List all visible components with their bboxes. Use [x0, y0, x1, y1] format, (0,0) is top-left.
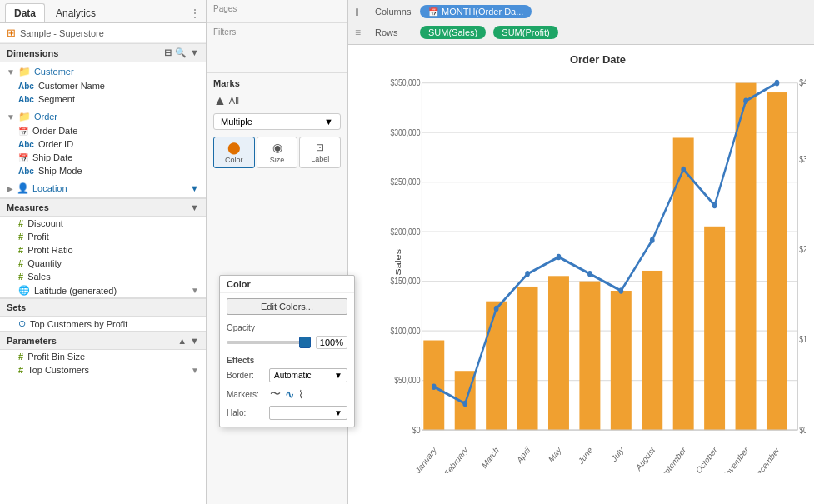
field-label: Order Date	[32, 126, 77, 136]
halo-dropdown[interactable]: ▼	[269, 406, 347, 420]
marks-dropdown[interactable]: Multiple ▼	[213, 113, 341, 130]
tab-analytics[interactable]: Analytics	[47, 3, 105, 22]
effects-label: Effects	[227, 356, 347, 365]
field-label: Sales	[27, 272, 51, 282]
bar-mar	[486, 302, 507, 430]
dimensions-label: Dimensions	[7, 48, 58, 58]
svg-text:June: June	[577, 444, 594, 467]
svg-text:February: February	[443, 444, 470, 473]
line-dot-jul	[618, 287, 623, 294]
field-label: Order ID	[38, 139, 73, 149]
order-group-header[interactable]: ▼ 📁 Order	[0, 109, 206, 124]
chevron-down-icon: ▼	[7, 67, 15, 77]
dimensions-list-icon[interactable]: ⊟	[164, 47, 172, 58]
params-scroll-down-icon[interactable]: ▼	[190, 336, 199, 346]
dimensions-scroll-icon[interactable]: ▼	[190, 47, 199, 58]
field-top-customers-param[interactable]: # Top Customers ▼	[0, 363, 206, 377]
border-value: Automatic	[274, 371, 311, 380]
columns-label: Columns	[375, 7, 415, 17]
location-group: ▶ 👤 Location ▼	[0, 179, 206, 197]
marks-subtitle: ▲ All	[213, 93, 341, 108]
chart-svg-container: $0 $50,000 $100,000 $150,000 $200,000 $2…	[390, 72, 806, 473]
filters-label: Filters	[213, 27, 341, 37]
location-group-label: Location	[32, 183, 67, 193]
tab-data[interactable]: Data	[5, 3, 45, 22]
filters-shelf: Filters	[207, 23, 347, 73]
svg-text:$0: $0	[799, 425, 806, 435]
datasource-icon: ⊞	[7, 27, 16, 39]
marks-buttons: ⬤ Color ◉ Size ⊡ Label	[213, 137, 341, 168]
edit-colors-button[interactable]: Edit Colors...	[227, 298, 347, 315]
marker-line-icon[interactable]: 〜	[269, 386, 282, 402]
hash-icon: #	[18, 258, 23, 268]
shelves-bar: ⫿ Columns 📅 MONTH(Order Da... ≡ Rows SUM…	[348, 0, 814, 45]
rows-pill-profit-label: SUM(Profit)	[502, 27, 549, 37]
field-discount[interactable]: # Discount	[0, 217, 206, 230]
field-label: Quantity	[27, 258, 62, 268]
field-profit-ratio[interactable]: # Profit Ratio	[0, 243, 206, 257]
svg-text:$350,000: $350,000	[390, 77, 420, 87]
size-button[interactable]: ◉ Size	[257, 137, 298, 168]
field-order-date[interactable]: 📅 Order Date	[0, 124, 206, 137]
opacity-slider-row: 100%	[227, 336, 347, 349]
opacity-slider[interactable]	[227, 341, 311, 344]
order-group-label: Order	[34, 112, 57, 122]
panel-tabs: Data Analytics ⋮	[0, 0, 206, 23]
svg-text:$40,000: $40,000	[799, 77, 806, 87]
field-ship-date[interactable]: 📅 Ship Date	[0, 151, 206, 164]
border-dropdown[interactable]: Automatic ▼	[269, 368, 347, 382]
hash-icon: #	[18, 352, 23, 362]
params-scroll-up-icon[interactable]: ▲	[177, 336, 187, 346]
color-label: Color	[225, 156, 243, 164]
hash-icon: #	[18, 218, 23, 228]
field-latitude[interactable]: 🌐 Latitude (generated) ▼	[0, 283, 206, 297]
field-quantity[interactable]: # Quantity	[0, 257, 206, 270]
bar-jul	[611, 291, 632, 430]
bar-jun	[579, 282, 600, 430]
sets-label: Sets	[7, 302, 26, 312]
line-dot-sep	[681, 167, 686, 173]
field-customer-name[interactable]: Abc Customer Name	[0, 79, 206, 92]
measures-section: Measures ▼ # Discount # Profit # Profit …	[0, 197, 206, 297]
slider-thumb[interactable]	[299, 337, 311, 348]
right-panel: ⫿ Columns 📅 MONTH(Order Da... ≡ Rows SUM…	[348, 0, 814, 504]
measures-scroll-icon[interactable]: ▼	[190, 202, 199, 212]
line-dot-feb	[462, 401, 467, 407]
rows-pill-sales[interactable]: SUM(Sales)	[420, 26, 486, 39]
location-group-header[interactable]: ▶ 👤 Location ▼	[0, 181, 206, 196]
color-button[interactable]: ⬤ Color	[213, 137, 255, 168]
halo-dropdown-arrow: ▼	[334, 408, 342, 417]
label-label: Label	[311, 155, 329, 163]
field-label: Profit	[27, 232, 49, 242]
field-ship-mode[interactable]: Abc Ship Mode	[0, 164, 206, 177]
panel-options-icon[interactable]: ⋮	[189, 7, 201, 20]
field-label: Latitude (generated)	[34, 286, 117, 296]
label-button[interactable]: ⊡ Label	[299, 137, 341, 168]
markers-label: Markers:	[227, 390, 264, 399]
svg-text:$150,000: $150,000	[390, 276, 420, 286]
color-icon: ⬤	[227, 141, 241, 154]
customer-group-header[interactable]: ▼ 📁 Customer	[0, 64, 206, 79]
measures-header: Measures ▼	[0, 198, 206, 217]
field-order-id[interactable]: Abc Order ID	[0, 137, 206, 151]
dimensions-search-icon[interactable]: 🔍	[175, 47, 187, 58]
hash-icon: #	[18, 365, 23, 375]
columns-shelf: ⫿ Columns 📅 MONTH(Order Da...	[355, 2, 807, 21]
field-profit-bin-size[interactable]: # Profit Bin Size	[0, 350, 206, 363]
opacity-row: Opacity 100%	[220, 320, 354, 352]
columns-pill[interactable]: 📅 MONTH(Order Da...	[420, 5, 532, 18]
line-dot-jun	[587, 271, 592, 277]
field-profit[interactable]: # Profit	[0, 230, 206, 243]
scroll-down-icon2: ▼	[191, 366, 199, 375]
marker-jump-icon[interactable]: ⌇	[297, 387, 304, 402]
marks-title: Marks	[213, 78, 341, 88]
marker-step-icon[interactable]: ∿	[284, 387, 295, 402]
parameters-section: Parameters ▲ ▼ # Profit Bin Size # Top C…	[0, 331, 206, 377]
rows-pill-profit[interactable]: SUM(Profit)	[493, 26, 557, 39]
color-popup: Color Edit Colors... Opacity 100% Effect…	[219, 275, 355, 427]
field-sales[interactable]: # Sales	[0, 270, 206, 283]
bar-nov	[736, 83, 757, 430]
columns-pill-label: MONTH(Order Da...	[442, 7, 523, 17]
field-top-customers[interactable]: ⊙ Top Customers by Profit	[0, 317, 206, 331]
field-segment[interactable]: Abc Segment	[0, 92, 206, 106]
